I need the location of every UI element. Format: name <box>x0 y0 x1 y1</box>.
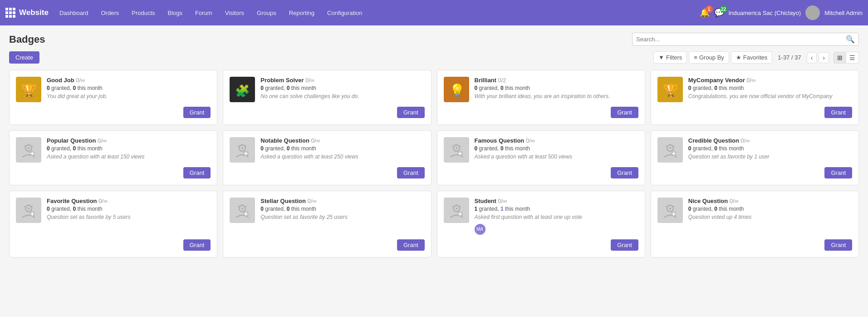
filters-label: Filters <box>666 54 682 61</box>
star-icon: ★ <box>736 54 741 61</box>
nav-visitors[interactable]: Visitors <box>220 7 250 19</box>
badge-granted-count: 0 <box>47 206 50 212</box>
badges-container: 🏆 Good Job 0/∞ 0 granted, 0 this month Y… <box>9 70 859 258</box>
kanban-view-button[interactable]: ⊞ <box>834 52 846 64</box>
badge-grant-row: Grant <box>657 107 852 118</box>
badge-info-brilliant: Brilliant 0/2 0 granted, 0 this month Wi… <box>475 77 638 100</box>
search-icon[interactable]: 🔍 <box>846 35 855 44</box>
nav-products[interactable]: Products <box>126 7 160 19</box>
search-bar: 🔍 <box>632 33 859 46</box>
grant-button-nice-question[interactable]: Grant <box>824 239 852 251</box>
list-view-button[interactable]: ☰ <box>846 52 859 64</box>
grant-button-famous-question[interactable]: Grant <box>611 167 638 178</box>
grant-button-popular-question[interactable]: Grant <box>183 167 211 178</box>
grant-button-problem-solver[interactable]: Grant <box>397 107 425 118</box>
badge-info-student: Student 0/∞ 1 granted, 1 this month Aske… <box>475 198 638 235</box>
badge-granted-count: 0 <box>260 206 264 212</box>
badge-icon-famous-question <box>444 137 469 163</box>
svg-point-23 <box>456 147 457 149</box>
badge-limit: 0/∞ <box>98 198 108 204</box>
grant-button-brilliant[interactable]: Grant <box>611 107 638 118</box>
svg-point-1 <box>808 14 818 20</box>
badge-granted-count: 0 <box>475 145 478 152</box>
notifications-button[interactable]: 🔔 1 <box>700 8 710 18</box>
svg-line-33 <box>673 146 674 146</box>
favorites-button[interactable]: ★ Favorites <box>731 51 772 64</box>
grant-button-favorite-question[interactable]: Grant <box>183 239 211 251</box>
grant-button-mycompany-vendor[interactable]: Grant <box>824 107 852 118</box>
badge-limit: 0/∞ <box>526 137 535 144</box>
badge-name: Credible Question 0/∞ <box>688 137 852 144</box>
svg-text:💡: 💡 <box>449 83 464 97</box>
badge-limit: 0/∞ <box>98 137 107 144</box>
badge-info-problem-solver: Problem Solver 0/∞ 0 granted, 0 this mon… <box>260 77 424 100</box>
grant-button-stellar-question[interactable]: Grant <box>397 239 425 251</box>
badge-info-mycompany-vendor: MyCompany Vendor 0/∞ 0 granted, 0 this m… <box>688 77 852 100</box>
badge-card-top: Favorite Question 0/∞ 0 granted, 0 this … <box>16 198 211 235</box>
grant-button-credible-question[interactable]: Grant <box>824 167 852 178</box>
badge-card-top: 🧩 Problem Solver 0/∞ 0 granted, 0 this m… <box>230 77 424 102</box>
badge-limit: 0/∞ <box>311 137 320 144</box>
badge-card-notable-question: Notable Question 0/∞ 0 granted, 0 this m… <box>223 130 431 185</box>
grant-button-student[interactable]: Grant <box>611 239 638 251</box>
nav-reporting[interactable]: Reporting <box>284 7 320 19</box>
username[interactable]: Mitchell Admin <box>824 10 863 16</box>
company-name: Induamerica Sac (Chiclayo) <box>729 10 801 16</box>
search-input[interactable] <box>636 36 846 43</box>
badge-name: Stellar Question 0/∞ <box>260 198 424 204</box>
badge-card-top: Famous Question 0/∞ 0 granted, 0 this mo… <box>444 137 638 163</box>
badge-granted-count: 0 <box>47 145 50 152</box>
svg-line-41 <box>32 206 33 207</box>
avatar[interactable] <box>805 5 820 20</box>
site-name[interactable]: Website <box>19 8 49 17</box>
nav-dashboard[interactable]: Dashboard <box>54 7 94 19</box>
badge-this-month-label: this month <box>77 206 102 212</box>
badge-info-favorite-question: Favorite Question 0/∞ 0 granted, 0 this … <box>47 198 211 221</box>
badge-month-count: 0 <box>73 145 76 152</box>
nav-blogs[interactable]: Blogs <box>162 7 188 19</box>
next-page-button[interactable]: › <box>819 52 829 63</box>
favorites-label: Favorites <box>743 54 767 61</box>
create-button[interactable]: Create <box>9 51 39 64</box>
group-by-button[interactable]: ≡ Group By <box>689 51 729 64</box>
badge-card-top: Popular Question 0/∞ 0 granted, 0 this m… <box>16 137 211 163</box>
filters-button[interactable]: ▼ Filters <box>653 51 687 64</box>
nav-forum[interactable]: Forum <box>190 7 218 19</box>
badge-grant-row: Grant <box>230 167 424 178</box>
grant-button-notable-question[interactable]: Grant <box>397 167 425 178</box>
svg-line-25 <box>460 146 461 146</box>
badge-icon-student <box>444 198 469 223</box>
prev-page-button[interactable]: ‹ <box>807 52 817 63</box>
nav-configuration[interactable]: Configuration <box>322 7 368 19</box>
badge-icon-nice-question <box>657 198 683 223</box>
nav-orders[interactable]: Orders <box>95 7 124 19</box>
view-toggle: ⊞ ☰ <box>834 52 859 64</box>
svg-point-63 <box>669 208 671 209</box>
svg-line-17 <box>245 146 246 146</box>
grant-button-good-job[interactable]: Grant <box>183 107 211 118</box>
badge-icon-problem-solver: 🧩 <box>230 77 255 102</box>
badge-this-month-label: this month <box>77 85 102 91</box>
badge-granted-count: 0 <box>475 85 478 91</box>
app-grid-icon[interactable] <box>5 8 15 18</box>
badge-month-count: 0 <box>714 145 717 152</box>
navbar-brand[interactable]: Website <box>5 8 49 18</box>
svg-text:🧩: 🧩 <box>235 84 250 97</box>
badge-month-count: 0 <box>287 145 290 152</box>
messages-button[interactable]: 💬 22 <box>714 8 724 18</box>
badge-card-top: Credible Question 0/∞ 0 granted, 0 this … <box>657 137 852 163</box>
svg-line-66 <box>666 206 667 207</box>
badge-this-month-label: this month <box>719 206 744 212</box>
badge-month-count: 0 <box>500 85 504 91</box>
badge-grant-row: Grant <box>230 107 424 118</box>
nav-groups[interactable]: Groups <box>251 7 282 19</box>
messages-count: 22 <box>720 5 727 13</box>
badge-card-nice-question: Nice Question 0/∞ 0 granted, 0 this mont… <box>651 191 859 258</box>
badge-this-month-label: this month <box>291 145 316 152</box>
badge-info-good-job: Good Job 0/∞ 0 granted, 0 this month You… <box>47 77 211 100</box>
badge-granted-count: 0 <box>260 85 264 91</box>
svg-line-18 <box>238 146 239 146</box>
badge-description: Congratulations, you are now official ve… <box>688 93 852 100</box>
badge-icon-popular-question <box>16 137 41 163</box>
badge-month-count: 0 <box>287 206 290 212</box>
